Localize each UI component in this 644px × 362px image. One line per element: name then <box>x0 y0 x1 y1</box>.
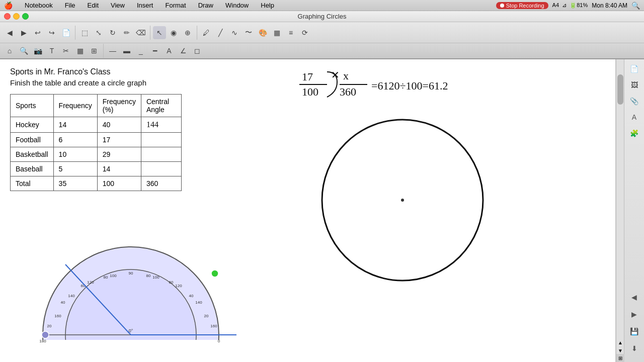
menu-format[interactable]: Format <box>163 2 188 9</box>
sidebar-navigation: ◀ ▶ 💾 ⬇ <box>627 290 642 360</box>
forward-button[interactable]: ▶ <box>17 26 30 39</box>
maximize-button[interactable] <box>22 13 29 20</box>
separator-3 <box>197 26 197 40</box>
svg-text:140: 140 <box>68 294 75 298</box>
menu-notebook[interactable]: Notebook <box>23 2 55 9</box>
cut-btn[interactable]: ✂ <box>59 44 72 57</box>
stop-recording-button[interactable]: Stop Recording <box>496 2 548 9</box>
eq-numerator-17: 17 <box>302 70 313 83</box>
minimize-button[interactable] <box>13 13 20 20</box>
sidebar-image-btn[interactable]: 🖼 <box>627 77 642 93</box>
close-button[interactable] <box>4 13 11 20</box>
cell-angle-basketball <box>141 147 181 162</box>
line-tool[interactable]: ╱ <box>214 26 227 39</box>
toolbar-secondary: ⌂ 🔍 📷 T ✂ ▦ ⊞ — ▬ _ ━ A ∠ ◻ <box>0 43 644 59</box>
zoom-tool[interactable]: ⊕ <box>181 26 194 39</box>
draw-line-btn[interactable]: — <box>106 44 119 57</box>
angle-btn[interactable]: ∠ <box>177 44 190 57</box>
svg-text:80: 80 <box>104 275 108 280</box>
pen-tool[interactable]: 🖊 <box>200 26 213 39</box>
sidebar-link-btn[interactable]: 📎 <box>627 94 642 109</box>
svg-text:80: 80 <box>146 274 151 278</box>
new-page-button[interactable]: 📄 <box>59 26 72 39</box>
notebook-page: Sports in Mr. Franco's Class Finish the … <box>0 59 616 362</box>
undo-button[interactable]: ↩ <box>31 26 44 39</box>
col-sports: Sports <box>11 95 54 117</box>
scrollbar-thumb[interactable] <box>617 74 623 105</box>
draw-tool[interactable]: ✏ <box>120 26 133 39</box>
scroll-up-btn[interactable]: ▲ <box>617 339 624 346</box>
cell-sport-total: Total <box>11 176 54 191</box>
resize-tool[interactable]: ⤡ <box>92 26 105 39</box>
cursor-tool[interactable]: ↖ <box>153 26 166 39</box>
cell-angle-hockey: 144 <box>141 117 181 133</box>
menu-edit[interactable]: Edit <box>86 2 101 9</box>
menubar-extras: A4 ⊿ 🔋81% <box>552 2 588 9</box>
eraser-btn[interactable]: ◻ <box>191 44 204 57</box>
erase-tool[interactable]: ⌫ <box>134 26 147 39</box>
search-btn[interactable]: 🔍 <box>17 44 30 57</box>
curve-tool[interactable]: ∿ <box>228 26 241 39</box>
toolbar-primary: ◀ ▶ ↩ ↪ 📄 ⬚ ⤡ ↻ ✏ ⌫ ↖ ◉ ⊕ 🖊 ╱ ∿ 〜 🎨 ▦ ≡ … <box>0 22 644 43</box>
wave-tool[interactable]: 〜 <box>242 26 255 39</box>
scroll-down-btn[interactable]: ▼ <box>617 347 624 354</box>
sidebar-nav-left[interactable]: ◀ <box>627 290 642 305</box>
svg-text:40: 40 <box>189 294 194 298</box>
color-grid[interactable]: ▦ <box>270 26 283 39</box>
svg-text:120: 120 <box>87 280 94 285</box>
back-button[interactable]: ◀ <box>3 26 16 39</box>
apple-menu[interactable]: 🍎 <box>4 2 13 10</box>
highlight-btn[interactable]: ▬ <box>120 44 133 57</box>
text2-btn[interactable]: A <box>163 44 176 57</box>
table-row: Hockey 14 40 144 <box>11 117 182 133</box>
paint-tool[interactable]: 🎨 <box>256 26 269 39</box>
cell-sport-hockey: Hockey <box>11 117 54 133</box>
sidebar-down-btn[interactable]: ⬇ <box>627 341 642 356</box>
menu-file[interactable]: File <box>63 2 77 9</box>
svg-text:180: 180 <box>39 339 46 343</box>
refresh-tool[interactable]: ⟳ <box>298 26 311 39</box>
menu-draw[interactable]: Draw <box>196 2 215 9</box>
table-row: Baseball 5 14 <box>11 162 182 176</box>
grid-btn[interactable]: ⊞ <box>88 44 101 57</box>
menubar: 🍎 Notebook File Edit View Insert Format … <box>0 0 644 11</box>
right-sidebar: 📄 🖼 📎 A 🧩 ◀ ▶ 💾 ⬇ <box>624 59 644 362</box>
select-tool[interactable]: ⬚ <box>78 26 91 39</box>
cell-pct-baseball: 14 <box>97 162 141 176</box>
equation-area: 17 100 ✕ x 360 =6120÷100=61.2 <box>297 64 508 111</box>
menu-help[interactable]: Help <box>259 2 276 9</box>
svg-text:20: 20 <box>47 324 52 328</box>
cell-angle-total: 360 <box>141 176 181 191</box>
text-btn[interactable]: T <box>45 44 58 57</box>
sidebar-plugin-btn[interactable]: 🧩 <box>627 126 642 141</box>
thick-line-btn[interactable]: ━ <box>148 44 162 57</box>
scrollbar[interactable]: ▲ ▼ ⊞ <box>616 59 624 362</box>
svg-text:120: 120 <box>175 284 182 288</box>
node-tool[interactable]: ◉ <box>167 26 180 39</box>
sidebar-page-btn[interactable]: 📄 <box>627 61 642 76</box>
menu-view[interactable]: View <box>109 2 127 9</box>
table-row: Football 6 17 <box>11 133 182 147</box>
block-btn[interactable]: ▦ <box>73 44 87 57</box>
col-central-angle: CentralAngle <box>141 95 181 117</box>
home-btn[interactable]: ⌂ <box>3 44 16 57</box>
green-dot-arc <box>211 270 218 277</box>
svg-text:140: 140 <box>195 300 202 305</box>
sidebar-nav-right[interactable]: ▶ <box>627 307 642 322</box>
sidebar-save-btn[interactable]: 💾 <box>627 324 642 339</box>
list-tool[interactable]: ≡ <box>284 26 297 39</box>
search-icon[interactable]: 🔍 <box>631 2 640 10</box>
stop-recording-label: Stop Recording <box>506 3 544 9</box>
menu-window[interactable]: Window <box>223 2 251 9</box>
underline-btn[interactable]: _ <box>134 44 147 57</box>
sidebar-text-btn[interactable]: A <box>627 110 642 125</box>
menu-insert[interactable]: Insert <box>135 2 155 9</box>
redo-button[interactable]: ↪ <box>45 26 58 39</box>
scroll-corner[interactable]: ⊞ <box>616 354 624 362</box>
svg-text:20: 20 <box>204 314 209 318</box>
screenshot-btn[interactable]: 📷 <box>31 44 44 57</box>
eq-denominator-360: 360 <box>340 85 356 98</box>
menubar-right: Stop Recording A4 ⊿ 🔋81% Mon 8:40 AM 🔍 <box>496 2 640 10</box>
recording-dot-icon <box>500 4 504 8</box>
rotate-tool[interactable]: ↻ <box>106 26 119 39</box>
